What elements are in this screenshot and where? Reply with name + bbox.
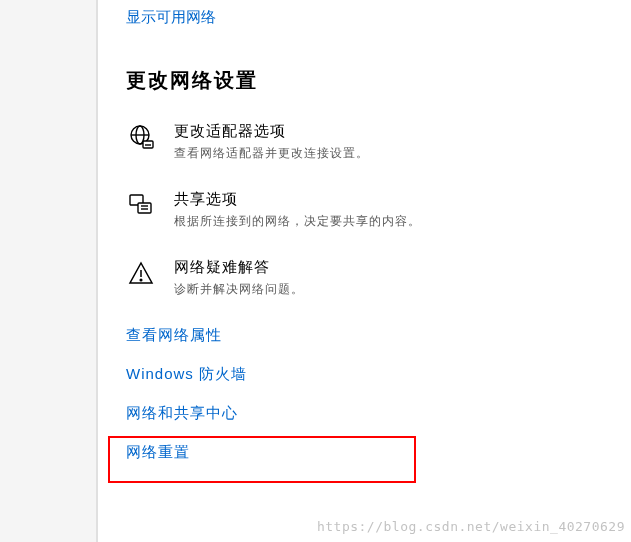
setting-label: 共享选项 (174, 190, 606, 209)
windows-firewall-link[interactable]: Windows 防火墙 (126, 365, 606, 384)
globe-ethernet-icon (126, 122, 156, 152)
setting-troubleshoot[interactable]: 网络疑难解答 诊断并解决网络问题。 (126, 258, 606, 298)
setting-desc: 查看网络适配器并更改连接设置。 (174, 145, 606, 162)
setting-text: 共享选项 根据所连接到的网络，决定要共享的内容。 (174, 190, 606, 230)
setting-label: 更改适配器选项 (174, 122, 606, 141)
svg-rect-8 (138, 203, 151, 213)
setting-desc: 诊断并解决网络问题。 (174, 281, 606, 298)
watermark: https://blog.csdn.net/weixin_40270629 (317, 519, 625, 534)
svg-point-12 (140, 279, 142, 281)
show-available-networks-link[interactable]: 显示可用网络 (126, 8, 216, 27)
setting-text: 网络疑难解答 诊断并解决网络问题。 (174, 258, 606, 298)
main-content: 显示可用网络 更改网络设置 更改适配器选项 查看网络适配器并更改连接设置。 (126, 8, 606, 482)
setting-adapter-options[interactable]: 更改适配器选项 查看网络适配器并更改连接设置。 (126, 122, 606, 162)
network-sharing-center-link[interactable]: 网络和共享中心 (126, 404, 606, 423)
network-reset-link[interactable]: 网络重置 (126, 443, 606, 462)
setting-label: 网络疑难解答 (174, 258, 606, 277)
sidebar-edge (0, 0, 98, 542)
setting-desc: 根据所连接到的网络，决定要共享的内容。 (174, 213, 606, 230)
setting-text: 更改适配器选项 查看网络适配器并更改连接设置。 (174, 122, 606, 162)
setting-sharing-options[interactable]: 共享选项 根据所连接到的网络，决定要共享的内容。 (126, 190, 606, 230)
section-title: 更改网络设置 (126, 67, 606, 94)
warning-triangle-icon (126, 258, 156, 288)
sharing-icon (126, 190, 156, 220)
links-section: 查看网络属性 Windows 防火墙 网络和共享中心 网络重置 (126, 326, 606, 462)
view-network-properties-link[interactable]: 查看网络属性 (126, 326, 606, 345)
